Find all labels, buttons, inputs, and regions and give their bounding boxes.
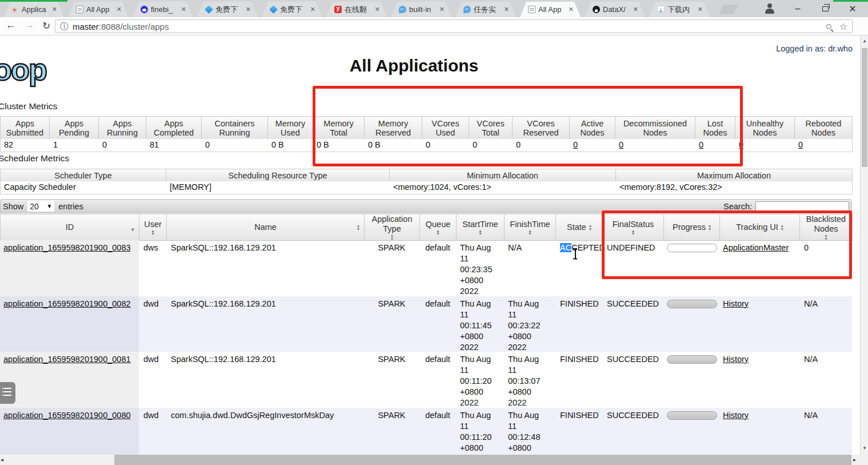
- blacklisted-cell: N/A: [799, 296, 852, 352]
- tab-7[interactable]: 任务实: [455, 2, 516, 17]
- col-header: Active Nodes: [570, 117, 615, 140]
- tab-8-active[interactable]: All App: [520, 2, 581, 17]
- tab-title: 任务实: [474, 5, 501, 15]
- tab-6[interactable]: built-in: [391, 2, 451, 17]
- metric-value: 81: [146, 139, 202, 152]
- tab-close-icon[interactable]: [117, 6, 122, 13]
- bookmark-star-icon[interactable]: ☆: [839, 21, 847, 32]
- tab-5[interactable]: 在线翻: [326, 2, 387, 17]
- table-row: application_1659598201900_0080 dwd com.s…: [0, 408, 852, 455]
- show-label: Show: [3, 202, 23, 211]
- window-close-button[interactable]: ✕: [839, 0, 866, 17]
- col-label: Application Type: [366, 214, 418, 234]
- diamond-icon: [269, 5, 278, 14]
- cluster-metrics-heading: Cluster Metrics: [0, 101, 57, 112]
- tab-10[interactable]: 下载内: [649, 2, 710, 17]
- scroll-left-icon[interactable]: ◂: [1, 456, 3, 463]
- col-header-id[interactable]: ID▾: [1, 214, 139, 241]
- tab-close-icon[interactable]: [310, 6, 315, 13]
- col-header-name[interactable]: Name: [167, 214, 365, 241]
- app-id-link[interactable]: application_1659598201900_0083: [3, 243, 131, 252]
- scroll-down-icon[interactable]: ▾: [861, 445, 868, 451]
- tab-close-icon[interactable]: [52, 6, 57, 13]
- state-cell: ACCEPTED: [555, 240, 602, 296]
- window-minimize-button[interactable]: –: [784, 0, 811, 17]
- tab-close-icon[interactable]: [569, 6, 574, 13]
- scroll-right-icon[interactable]: ▸: [853, 456, 856, 463]
- col-header: Apps Pending: [50, 117, 99, 140]
- back-button[interactable]: ←: [3, 19, 18, 31]
- new-tab-button[interactable]: [718, 5, 738, 14]
- state-cell: FINISHED: [555, 352, 602, 408]
- col-header: Maximum Allocation: [616, 169, 853, 182]
- lost-nodes-link[interactable]: 0: [699, 140, 703, 149]
- tracking-cell: ApplicationMaster: [719, 240, 799, 296]
- apps-table-body: application_1659598201900_0083 dws Spark…: [0, 240, 852, 455]
- app-id-cell: application_1659598201900_0082: [0, 296, 139, 352]
- youdao-icon: [334, 6, 342, 13]
- user-cell: dwd: [139, 296, 166, 352]
- entries-select[interactable]: 20▼: [27, 201, 54, 212]
- tab-0[interactable]: Applica: [3, 2, 64, 17]
- tracking-link[interactable]: History: [723, 299, 749, 308]
- col-header: Minimum Allocation: [390, 169, 616, 182]
- tab-2[interactable]: finebi_: [133, 2, 193, 17]
- url-omnibox[interactable]: ⓘ master:8088/cluster/apps ☆: [55, 19, 853, 33]
- tracking-link[interactable]: ApplicationMaster: [723, 243, 789, 252]
- col-header-queue[interactable]: Queue: [420, 214, 457, 241]
- tab-close-icon[interactable]: [375, 6, 380, 13]
- unhealthy-nodes-link[interactable]: 0: [739, 140, 743, 149]
- horizontal-scroll-thumb[interactable]: [114, 455, 851, 465]
- col-header-tracking-ui[interactable]: Tracking UI: [720, 214, 800, 241]
- vertical-scrollbar[interactable]: ▴ ▾: [860, 35, 868, 455]
- list-toggle-button[interactable]: [0, 382, 15, 404]
- window-restore-button[interactable]: [811, 0, 839, 17]
- forward-button[interactable]: →: [22, 19, 37, 31]
- app-id-link[interactable]: application_1659598201900_0081: [3, 355, 131, 364]
- decommissioned-nodes-link[interactable]: 0: [619, 140, 623, 149]
- scroll-up-icon[interactable]: ▴: [861, 38, 868, 43]
- download-icon: [657, 6, 665, 13]
- col-header-starttime[interactable]: StartTime: [457, 214, 505, 241]
- tab-close-icon[interactable]: [504, 6, 509, 13]
- tab-close-icon[interactable]: [698, 6, 703, 13]
- tab-1[interactable]: All App: [68, 2, 129, 17]
- col-header-user[interactable]: User: [139, 214, 167, 241]
- search-input[interactable]: [755, 201, 849, 212]
- col-header-application-type[interactable]: Application Type: [365, 214, 420, 241]
- progress-cell: [663, 352, 719, 408]
- tab-title: finebi_: [151, 5, 178, 14]
- col-header-finishtime[interactable]: FinishTime: [505, 214, 556, 241]
- tab-9[interactable]: DataX/: [585, 2, 645, 17]
- page-info-icon[interactable]: ⓘ: [60, 21, 69, 32]
- col-header-blacklisted-nodes[interactable]: Blacklisted Nodes: [800, 214, 853, 241]
- tab-close-icon[interactable]: [439, 6, 445, 13]
- col-header-state[interactable]: State: [556, 214, 603, 241]
- app-id-link[interactable]: application_1659598201900_0082: [3, 299, 131, 308]
- refresh-button[interactable]: ↻: [39, 20, 54, 32]
- tracking-link[interactable]: History: [723, 411, 749, 420]
- min-allocation-value: <memory:1024, vCores:1>: [390, 181, 616, 194]
- starttime-cell: Thu Aug 11 00:23:35 +0800 2022: [456, 240, 504, 296]
- tab-close-icon[interactable]: [633, 6, 638, 13]
- tab-4[interactable]: 免费下: [262, 2, 322, 17]
- baidu-icon: [141, 6, 148, 13]
- vertical-scroll-thumb[interactable]: [862, 48, 867, 167]
- profile-avatar-icon[interactable]: [764, 3, 775, 14]
- app-id-cell: application_1659598201900_0083: [0, 240, 139, 296]
- horizontal-scrollbar[interactable]: ◂ ▸: [0, 455, 860, 465]
- col-label: StartTime: [462, 220, 498, 229]
- rebooted-nodes-link[interactable]: 0: [798, 140, 803, 149]
- col-header-progress[interactable]: Progress: [664, 214, 720, 241]
- app-id-link[interactable]: application_1659598201900_0080: [3, 411, 131, 420]
- name-cell: SparkSQL::192.168.129.201: [166, 240, 364, 296]
- active-nodes-link[interactable]: 0: [573, 140, 578, 149]
- tab-close-icon[interactable]: [246, 6, 251, 13]
- col-label: Tracking UI: [736, 222, 778, 232]
- tracking-link[interactable]: History: [723, 355, 749, 364]
- progress-bar: [667, 411, 717, 420]
- tab-3[interactable]: 免费下: [197, 2, 258, 17]
- col-header-finalstatus[interactable]: FinalStatus: [603, 214, 664, 241]
- search-icon[interactable]: [826, 24, 831, 29]
- tab-close-icon[interactable]: [181, 6, 186, 13]
